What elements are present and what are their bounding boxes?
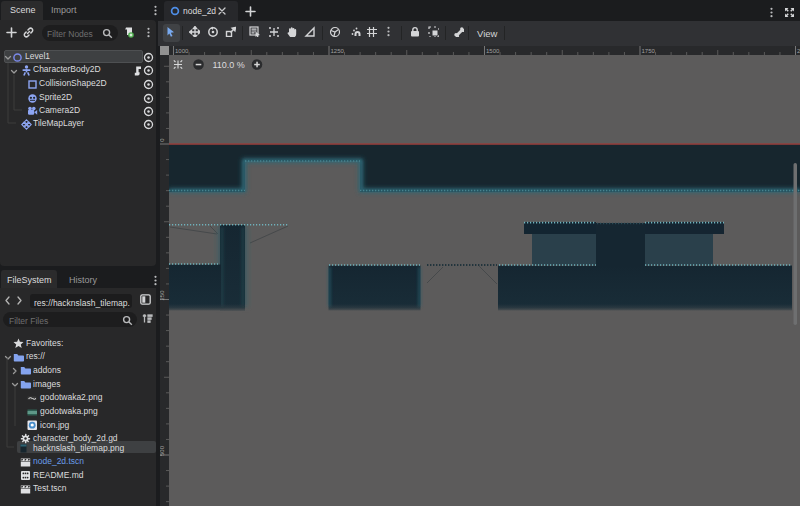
svg-text:1000: 1000 [175,48,189,54]
svg-text:1750: 1750 [642,48,656,54]
svg-text:500: 500 [160,445,165,456]
svg-text:1250: 1250 [331,48,345,54]
svg-text:110.0 %: 110.0 % [213,60,245,70]
svg-text:250: 250 [160,290,165,301]
svg-text:1500: 1500 [486,48,500,54]
